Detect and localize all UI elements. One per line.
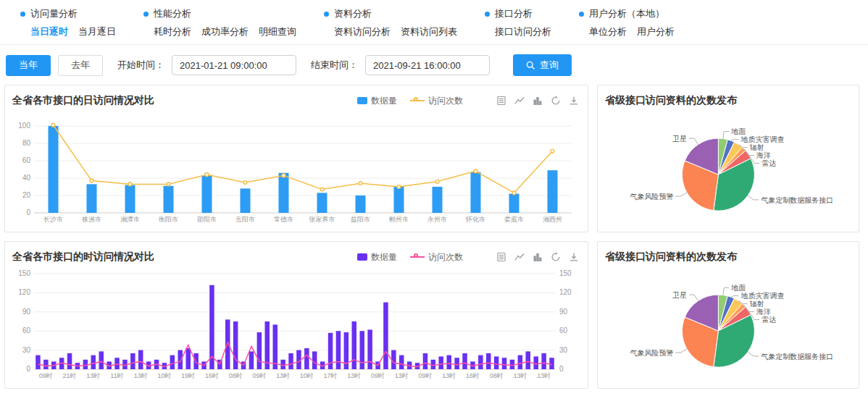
- panel-title: 全省各市接口的时访问情况对比: [12, 250, 154, 264]
- svg-text:10时: 10时: [300, 372, 314, 379]
- legend-item-data-volume[interactable]: 数据量: [357, 251, 397, 264]
- nav-bullet-icon: [20, 12, 25, 17]
- svg-text:09时: 09时: [252, 372, 266, 379]
- panel-hourly-city-comparison: 全省各市接口的时访问情况对比 数据量 访问次数: [4, 241, 588, 389]
- svg-text:09时: 09时: [39, 372, 53, 379]
- nav-item-interface-access[interactable]: 接口访问分析: [495, 25, 551, 38]
- nav-group-title: 访问量分析: [30, 7, 78, 20]
- panel-title: 省级接口访问资料的次数发布: [605, 250, 737, 264]
- refresh-icon[interactable]: [551, 96, 561, 106]
- svg-text:气象定制数据服务接口: 气象定制数据服务接口: [761, 196, 833, 204]
- legend-item-data-volume[interactable]: 数据量: [357, 95, 397, 107]
- nav-item-data-access-analysis[interactable]: 资料访问分析: [334, 25, 391, 38]
- download-icon[interactable]: [569, 252, 579, 262]
- svg-text:30: 30: [559, 346, 568, 354]
- svg-text:30: 30: [22, 346, 31, 354]
- nav-group-interface: 接口分析 接口访问分析: [485, 7, 551, 38]
- svg-text:地面: 地面: [730, 284, 746, 292]
- download-icon[interactable]: [569, 96, 579, 106]
- svg-text:0: 0: [559, 365, 564, 373]
- line-chart-toggle-icon[interactable]: [514, 252, 525, 262]
- svg-text:辐射: 辐射: [750, 300, 764, 308]
- search-icon: [526, 61, 535, 70]
- chart-toolbar: [496, 252, 579, 262]
- svg-text:邵阳市: 邵阳市: [197, 216, 217, 223]
- hourly-city-bar-line-chart[interactable]: 0030306060909012012015015009时21时13时11时13…: [12, 266, 580, 382]
- nav-item-success-rate[interactable]: 成功率分析: [201, 25, 249, 38]
- svg-text:13时: 13时: [442, 372, 456, 379]
- svg-text:岳阳市: 岳阳市: [235, 216, 255, 223]
- svg-text:0: 0: [26, 365, 30, 373]
- legend-item-visit-count[interactable]: 访问次数: [410, 251, 463, 264]
- province-access-pie-chart[interactable]: 地面地质灾害调查辐射海洋雷达气象定制数据服务接口卫星气象风险预警: [605, 266, 851, 384]
- svg-text:13时: 13时: [86, 372, 100, 379]
- data-view-icon[interactable]: [496, 96, 506, 106]
- svg-text:地质灾害调查: 地质灾害调查: [740, 292, 785, 300]
- svg-text:09时: 09时: [371, 372, 385, 379]
- svg-text:16时: 16时: [205, 372, 219, 379]
- svg-text:永州市: 永州市: [427, 216, 447, 223]
- legend-item-visit-count[interactable]: 访问次数: [410, 95, 463, 107]
- chart-toolbar: [496, 96, 579, 106]
- svg-text:11时: 11时: [110, 372, 123, 379]
- end-time-input[interactable]: [365, 55, 490, 75]
- nav-bullet-icon: [485, 12, 490, 17]
- svg-text:怀化市: 怀化市: [465, 216, 485, 223]
- nav-item-time-cost[interactable]: 耗时分析: [154, 25, 191, 38]
- svg-text:150: 150: [18, 269, 30, 277]
- svg-text:辐射: 辐射: [750, 143, 764, 151]
- data-view-icon[interactable]: [496, 252, 506, 262]
- daily-city-bar-line-chart[interactable]: 020406080100长沙市株洲市湘潭市衡阳市邵阳市岳阳市常德市张家界市益阳市…: [12, 110, 580, 226]
- svg-text:娄底市: 娄底市: [504, 216, 524, 223]
- svg-text:21时: 21时: [63, 372, 77, 379]
- start-time-label: 开始时间：: [117, 59, 164, 72]
- svg-text:16时: 16时: [466, 372, 480, 379]
- start-time-input[interactable]: [172, 55, 296, 75]
- svg-text:卫星: 卫星: [672, 135, 687, 143]
- svg-text:100: 100: [18, 122, 30, 130]
- nav-item-user-analysis[interactable]: 用户分析: [637, 25, 675, 38]
- svg-text:地质灾害调查: 地质灾害调查: [740, 135, 785, 143]
- refresh-icon[interactable]: [551, 252, 561, 262]
- chart-legend: 数据量 访问次数: [357, 95, 463, 107]
- svg-text:10时: 10时: [157, 372, 171, 379]
- end-time-label: 结束时间：: [311, 59, 358, 72]
- bar-chart-toggle-icon[interactable]: [533, 96, 543, 106]
- svg-text:气象风险预警: 气象风险预警: [630, 193, 673, 201]
- nav-item-month-daily[interactable]: 当月逐日: [78, 25, 116, 38]
- last-year-button[interactable]: 去年: [58, 55, 103, 76]
- svg-text:雷达: 雷达: [761, 316, 776, 324]
- svg-text:雷达: 雷达: [761, 159, 776, 167]
- svg-text:40: 40: [22, 174, 31, 182]
- svg-text:地面: 地面: [730, 127, 746, 135]
- svg-text:湘潭市: 湘潭市: [120, 216, 140, 223]
- bar-chart-toggle-icon[interactable]: [533, 252, 543, 262]
- svg-text:湘西州: 湘西州: [543, 216, 562, 223]
- search-button[interactable]: 查询: [513, 54, 572, 76]
- svg-text:60: 60: [22, 327, 31, 334]
- nav-group-data: 资料分析 资料访问分析 资料访问列表: [324, 7, 457, 38]
- legend-bar-swatch: [357, 253, 367, 261]
- svg-text:20: 20: [22, 191, 31, 199]
- svg-text:08时: 08时: [229, 372, 243, 379]
- nav-group-users: 用户分析（本地） 单位分析 用户分析: [579, 7, 675, 38]
- svg-text:120: 120: [559, 288, 572, 296]
- line-chart-toggle-icon[interactable]: [514, 96, 525, 106]
- nav-item-unit-analysis[interactable]: 单位分析: [589, 25, 627, 38]
- nav-group-title: 资料分析: [334, 7, 372, 20]
- nav-item-today-hourly[interactable]: 当日逐时: [30, 25, 68, 38]
- nav-item-detail-query[interactable]: 明细查询: [259, 25, 296, 38]
- province-access-pie-chart[interactable]: 地面地质灾害调查辐射海洋雷达气象定制数据服务接口卫星气象风险预警: [605, 110, 851, 227]
- svg-text:09时: 09时: [418, 372, 432, 379]
- legend-label: 访问次数: [428, 95, 463, 107]
- nav-item-data-access-list[interactable]: 资料访问列表: [401, 25, 457, 38]
- svg-text:13时: 13时: [395, 372, 409, 379]
- panel-title: 全省各市接口的日访问情况对比: [12, 94, 154, 107]
- nav-group-performance: 性能分析 耗时分析 成功率分析 明细查询: [143, 7, 296, 38]
- nav-bullet-icon: [579, 12, 584, 17]
- svg-text:衡阳市: 衡阳市: [159, 216, 178, 223]
- legend-label: 数据量: [371, 95, 397, 107]
- svg-text:长沙市: 长沙市: [43, 216, 63, 223]
- this-year-button[interactable]: 当年: [6, 55, 51, 76]
- nav-group-visits: 访问量分析 当日逐时 当月逐日: [20, 7, 116, 38]
